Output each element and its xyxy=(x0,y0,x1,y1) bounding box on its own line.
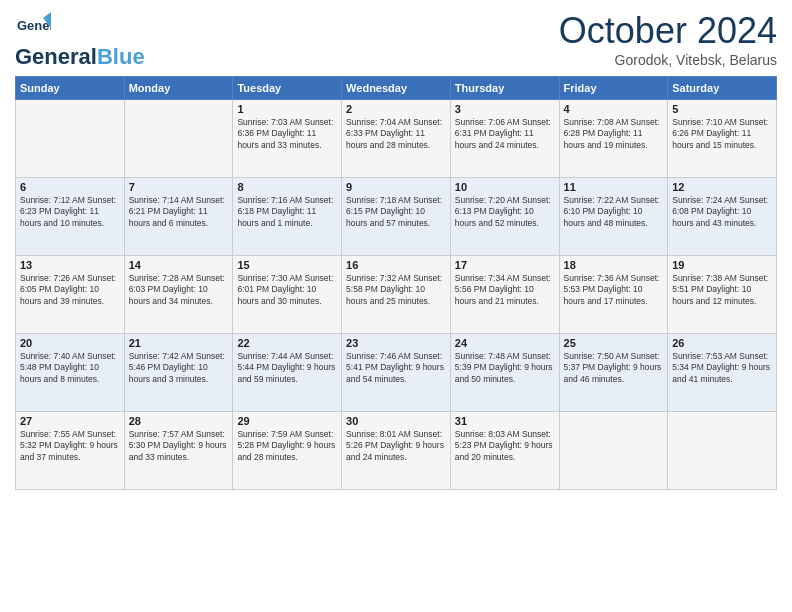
table-row: 25Sunrise: 7:50 AM Sunset: 5:37 PM Dayli… xyxy=(559,334,668,412)
day-number: 31 xyxy=(455,415,555,427)
day-content: Sunrise: 7:14 AM Sunset: 6:21 PM Dayligh… xyxy=(129,195,229,229)
weekday-header-row: Sunday Monday Tuesday Wednesday Thursday… xyxy=(16,77,777,100)
calendar-week-row: 6Sunrise: 7:12 AM Sunset: 6:23 PM Daylig… xyxy=(16,178,777,256)
table-row: 14Sunrise: 7:28 AM Sunset: 6:03 PM Dayli… xyxy=(124,256,233,334)
header-monday: Monday xyxy=(124,77,233,100)
day-number: 19 xyxy=(672,259,772,271)
day-number: 16 xyxy=(346,259,446,271)
table-row: 10Sunrise: 7:20 AM Sunset: 6:13 PM Dayli… xyxy=(450,178,559,256)
table-row xyxy=(559,412,668,490)
day-content: Sunrise: 7:38 AM Sunset: 5:51 PM Dayligh… xyxy=(672,273,772,307)
header: General General Blue October 2024 Gorodo… xyxy=(15,10,777,68)
day-content: Sunrise: 7:53 AM Sunset: 5:34 PM Dayligh… xyxy=(672,351,772,385)
table-row: 26Sunrise: 7:53 AM Sunset: 5:34 PM Dayli… xyxy=(668,334,777,412)
day-content: Sunrise: 7:06 AM Sunset: 6:31 PM Dayligh… xyxy=(455,117,555,151)
table-row: 29Sunrise: 7:59 AM Sunset: 5:28 PM Dayli… xyxy=(233,412,342,490)
table-row: 3Sunrise: 7:06 AM Sunset: 6:31 PM Daylig… xyxy=(450,100,559,178)
header-thursday: Thursday xyxy=(450,77,559,100)
table-row: 24Sunrise: 7:48 AM Sunset: 5:39 PM Dayli… xyxy=(450,334,559,412)
table-row: 12Sunrise: 7:24 AM Sunset: 6:08 PM Dayli… xyxy=(668,178,777,256)
day-content: Sunrise: 7:18 AM Sunset: 6:15 PM Dayligh… xyxy=(346,195,446,229)
calendar-table: Sunday Monday Tuesday Wednesday Thursday… xyxy=(15,76,777,490)
table-row: 4Sunrise: 7:08 AM Sunset: 6:28 PM Daylig… xyxy=(559,100,668,178)
table-row: 2Sunrise: 7:04 AM Sunset: 6:33 PM Daylig… xyxy=(342,100,451,178)
day-number: 15 xyxy=(237,259,337,271)
day-number: 9 xyxy=(346,181,446,193)
day-content: Sunrise: 7:48 AM Sunset: 5:39 PM Dayligh… xyxy=(455,351,555,385)
header-saturday: Saturday xyxy=(668,77,777,100)
day-content: Sunrise: 7:55 AM Sunset: 5:32 PM Dayligh… xyxy=(20,429,120,463)
day-content: Sunrise: 7:42 AM Sunset: 5:46 PM Dayligh… xyxy=(129,351,229,385)
day-content: Sunrise: 7:30 AM Sunset: 6:01 PM Dayligh… xyxy=(237,273,337,307)
table-row: 16Sunrise: 7:32 AM Sunset: 5:58 PM Dayli… xyxy=(342,256,451,334)
table-row: 15Sunrise: 7:30 AM Sunset: 6:01 PM Dayli… xyxy=(233,256,342,334)
day-number: 5 xyxy=(672,103,772,115)
day-number: 13 xyxy=(20,259,120,271)
day-number: 30 xyxy=(346,415,446,427)
table-row xyxy=(124,100,233,178)
day-content: Sunrise: 8:01 AM Sunset: 5:26 PM Dayligh… xyxy=(346,429,446,463)
logo-blue: Blue xyxy=(97,46,145,68)
day-content: Sunrise: 7:03 AM Sunset: 6:36 PM Dayligh… xyxy=(237,117,337,151)
table-row: 31Sunrise: 8:03 AM Sunset: 5:23 PM Dayli… xyxy=(450,412,559,490)
month-title: October 2024 xyxy=(559,10,777,52)
day-content: Sunrise: 7:50 AM Sunset: 5:37 PM Dayligh… xyxy=(564,351,664,385)
table-row: 11Sunrise: 7:22 AM Sunset: 6:10 PM Dayli… xyxy=(559,178,668,256)
day-content: Sunrise: 7:34 AM Sunset: 5:56 PM Dayligh… xyxy=(455,273,555,307)
table-row: 13Sunrise: 7:26 AM Sunset: 6:05 PM Dayli… xyxy=(16,256,125,334)
day-content: Sunrise: 7:22 AM Sunset: 6:10 PM Dayligh… xyxy=(564,195,664,229)
day-number: 11 xyxy=(564,181,664,193)
day-number: 24 xyxy=(455,337,555,349)
day-number: 2 xyxy=(346,103,446,115)
day-content: Sunrise: 7:10 AM Sunset: 6:26 PM Dayligh… xyxy=(672,117,772,151)
table-row: 28Sunrise: 7:57 AM Sunset: 5:30 PM Dayli… xyxy=(124,412,233,490)
table-row: 19Sunrise: 7:38 AM Sunset: 5:51 PM Dayli… xyxy=(668,256,777,334)
day-number: 17 xyxy=(455,259,555,271)
day-number: 26 xyxy=(672,337,772,349)
table-row: 27Sunrise: 7:55 AM Sunset: 5:32 PM Dayli… xyxy=(16,412,125,490)
day-content: Sunrise: 7:28 AM Sunset: 6:03 PM Dayligh… xyxy=(129,273,229,307)
calendar-week-row: 27Sunrise: 7:55 AM Sunset: 5:32 PM Dayli… xyxy=(16,412,777,490)
day-content: Sunrise: 7:57 AM Sunset: 5:30 PM Dayligh… xyxy=(129,429,229,463)
day-number: 23 xyxy=(346,337,446,349)
day-number: 4 xyxy=(564,103,664,115)
day-content: Sunrise: 7:26 AM Sunset: 6:05 PM Dayligh… xyxy=(20,273,120,307)
day-content: Sunrise: 7:04 AM Sunset: 6:33 PM Dayligh… xyxy=(346,117,446,151)
table-row: 23Sunrise: 7:46 AM Sunset: 5:41 PM Dayli… xyxy=(342,334,451,412)
day-number: 1 xyxy=(237,103,337,115)
title-block: October 2024 Gorodok, Vitebsk, Belarus xyxy=(559,10,777,68)
day-content: Sunrise: 7:20 AM Sunset: 6:13 PM Dayligh… xyxy=(455,195,555,229)
day-content: Sunrise: 7:36 AM Sunset: 5:53 PM Dayligh… xyxy=(564,273,664,307)
day-number: 28 xyxy=(129,415,229,427)
calendar-week-row: 20Sunrise: 7:40 AM Sunset: 5:48 PM Dayli… xyxy=(16,334,777,412)
day-content: Sunrise: 7:59 AM Sunset: 5:28 PM Dayligh… xyxy=(237,429,337,463)
table-row: 22Sunrise: 7:44 AM Sunset: 5:44 PM Dayli… xyxy=(233,334,342,412)
day-number: 29 xyxy=(237,415,337,427)
day-content: Sunrise: 7:32 AM Sunset: 5:58 PM Dayligh… xyxy=(346,273,446,307)
header-wednesday: Wednesday xyxy=(342,77,451,100)
day-number: 6 xyxy=(20,181,120,193)
table-row: 30Sunrise: 8:01 AM Sunset: 5:26 PM Dayli… xyxy=(342,412,451,490)
table-row: 9Sunrise: 7:18 AM Sunset: 6:15 PM Daylig… xyxy=(342,178,451,256)
day-content: Sunrise: 7:40 AM Sunset: 5:48 PM Dayligh… xyxy=(20,351,120,385)
day-content: Sunrise: 7:46 AM Sunset: 5:41 PM Dayligh… xyxy=(346,351,446,385)
calendar-week-row: 13Sunrise: 7:26 AM Sunset: 6:05 PM Dayli… xyxy=(16,256,777,334)
day-number: 10 xyxy=(455,181,555,193)
table-row: 20Sunrise: 7:40 AM Sunset: 5:48 PM Dayli… xyxy=(16,334,125,412)
day-content: Sunrise: 7:12 AM Sunset: 6:23 PM Dayligh… xyxy=(20,195,120,229)
day-number: 20 xyxy=(20,337,120,349)
table-row: 17Sunrise: 7:34 AM Sunset: 5:56 PM Dayli… xyxy=(450,256,559,334)
calendar-week-row: 1Sunrise: 7:03 AM Sunset: 6:36 PM Daylig… xyxy=(16,100,777,178)
table-row: 6Sunrise: 7:12 AM Sunset: 6:23 PM Daylig… xyxy=(16,178,125,256)
table-row: 18Sunrise: 7:36 AM Sunset: 5:53 PM Dayli… xyxy=(559,256,668,334)
day-number: 21 xyxy=(129,337,229,349)
logo-icon: General xyxy=(15,10,51,46)
day-number: 18 xyxy=(564,259,664,271)
day-number: 22 xyxy=(237,337,337,349)
table-row xyxy=(16,100,125,178)
table-row: 1Sunrise: 7:03 AM Sunset: 6:36 PM Daylig… xyxy=(233,100,342,178)
day-content: Sunrise: 7:16 AM Sunset: 6:18 PM Dayligh… xyxy=(237,195,337,229)
table-row: 5Sunrise: 7:10 AM Sunset: 6:26 PM Daylig… xyxy=(668,100,777,178)
header-tuesday: Tuesday xyxy=(233,77,342,100)
table-row: 21Sunrise: 7:42 AM Sunset: 5:46 PM Dayli… xyxy=(124,334,233,412)
